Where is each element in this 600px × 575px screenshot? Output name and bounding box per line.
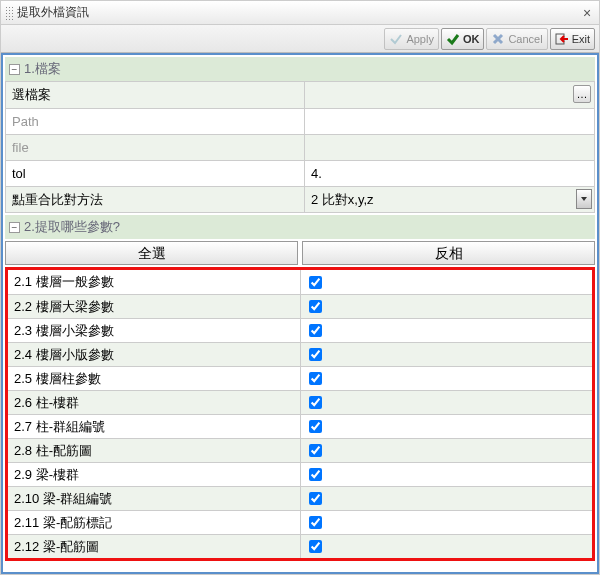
method-label: 點重合比對方法 (6, 187, 304, 212)
param-row: 2.11 梁-配筋標記 (8, 510, 592, 534)
file-grid: 選檔案 … Path file tol 4. 點重合比對方法 (5, 81, 595, 213)
close-icon[interactable]: × (579, 5, 595, 21)
drag-handle-icon (5, 6, 13, 20)
ok-button[interactable]: OK (441, 28, 485, 50)
exit-icon (555, 32, 569, 46)
param-checkbox[interactable] (309, 516, 322, 529)
tol-value[interactable]: 4. (304, 161, 594, 186)
param-label: 2.10 梁-群組編號 (8, 490, 300, 508)
param-checkbox[interactable] (309, 444, 322, 457)
check-icon (446, 32, 460, 46)
path-label: Path (6, 109, 304, 134)
invert-button[interactable]: 反相 (302, 241, 595, 265)
param-row: 2.3 樓層小梁參數 (8, 318, 592, 342)
param-label: 2.1 樓層一般參數 (8, 273, 300, 291)
param-checkbox-cell (300, 295, 330, 318)
param-row: 2.7 柱-群組編號 (8, 414, 592, 438)
param-row: 2.2 樓層大梁參數 (8, 294, 592, 318)
param-checkbox-cell (300, 415, 330, 438)
dialog-window: 提取外檔資訊 × Apply OK Cancel Exit (0, 0, 600, 575)
param-row: 2.5 樓層柱參數 (8, 366, 592, 390)
window-title: 提取外檔資訊 (17, 4, 579, 21)
param-label: 2.6 柱-樓群 (8, 394, 300, 412)
collapse-icon[interactable]: − (9, 64, 20, 75)
cancel-button[interactable]: Cancel (486, 28, 547, 50)
param-checkbox[interactable] (309, 372, 322, 385)
method-cell[interactable]: 2 比對x,y,z (304, 187, 594, 212)
param-checkbox[interactable] (309, 348, 322, 361)
param-label: 2.4 樓層小版參數 (8, 346, 300, 364)
param-checkbox-cell (300, 391, 330, 414)
apply-button[interactable]: Apply (384, 28, 439, 50)
section1-header[interactable]: − 1.檔案 (5, 57, 595, 81)
cancel-icon (491, 32, 505, 46)
param-checkbox-cell (300, 343, 330, 366)
selection-buttons: 全選 反相 (5, 241, 595, 265)
param-row: 2.9 梁-樓群 (8, 462, 592, 486)
param-checkbox-cell (300, 463, 330, 486)
titlebar[interactable]: 提取外檔資訊 × (1, 1, 599, 25)
path-value (304, 109, 594, 134)
select-file-cell[interactable]: … (304, 82, 594, 108)
param-row: 2.4 樓層小版參數 (8, 342, 592, 366)
chevron-down-icon (580, 195, 588, 203)
content-area: − 1.檔案 選檔案 … Path file tol 4. (1, 53, 599, 574)
apply-label: Apply (406, 33, 434, 45)
cancel-label: Cancel (508, 33, 542, 45)
ok-label: OK (463, 33, 480, 45)
param-row: 2.10 梁-群組編號 (8, 486, 592, 510)
param-checkbox[interactable] (309, 324, 322, 337)
dropdown-button[interactable] (576, 189, 592, 209)
param-label: 2.5 樓層柱參數 (8, 370, 300, 388)
param-checkbox[interactable] (309, 492, 322, 505)
toolbar: Apply OK Cancel Exit (1, 25, 599, 53)
param-label: 2.12 梁-配筋圖 (8, 538, 300, 556)
param-checkbox[interactable] (309, 540, 322, 553)
param-checkbox[interactable] (309, 420, 322, 433)
param-row: 2.8 柱-配筋圖 (8, 438, 592, 462)
param-label: 2.11 梁-配筋標記 (8, 514, 300, 532)
param-row: 2.12 梁-配筋圖 (8, 534, 592, 558)
apply-icon (389, 32, 403, 46)
params-list: 2.1 樓層一般參數2.2 樓層大梁參數2.3 樓層小梁參數2.4 樓層小版參數… (5, 267, 595, 561)
collapse-icon[interactable]: − (9, 222, 20, 233)
select-file-label: 選檔案 (6, 82, 304, 108)
browse-button[interactable]: … (573, 85, 591, 103)
select-all-button[interactable]: 全選 (5, 241, 298, 265)
method-value: 2 比對x,y,z (311, 191, 374, 209)
file-label: file (6, 135, 304, 160)
param-checkbox-cell (300, 270, 330, 294)
exit-button[interactable]: Exit (550, 28, 595, 50)
param-label: 2.2 樓層大梁參數 (8, 298, 300, 316)
file-value (304, 135, 594, 160)
section2-header[interactable]: − 2.提取哪些參數? (5, 215, 595, 239)
param-label: 2.9 梁-樓群 (8, 466, 300, 484)
param-checkbox[interactable] (309, 396, 322, 409)
param-checkbox-cell (300, 511, 330, 534)
param-checkbox[interactable] (309, 300, 322, 313)
param-checkbox-cell (300, 535, 330, 558)
param-checkbox[interactable] (309, 276, 322, 289)
param-checkbox-cell (300, 319, 330, 342)
param-label: 2.8 柱-配筋圖 (8, 442, 300, 460)
param-checkbox-cell (300, 487, 330, 510)
param-checkbox-cell (300, 367, 330, 390)
param-row: 2.6 柱-樓群 (8, 390, 592, 414)
param-checkbox-cell (300, 439, 330, 462)
param-row: 2.1 樓層一般參數 (8, 270, 592, 294)
section1-title: 1.檔案 (24, 60, 61, 78)
exit-label: Exit (572, 33, 590, 45)
param-checkbox[interactable] (309, 468, 322, 481)
param-label: 2.3 樓層小梁參數 (8, 322, 300, 340)
param-label: 2.7 柱-群組編號 (8, 418, 300, 436)
tol-label: tol (6, 161, 304, 186)
section2-title: 2.提取哪些參數? (24, 218, 120, 236)
